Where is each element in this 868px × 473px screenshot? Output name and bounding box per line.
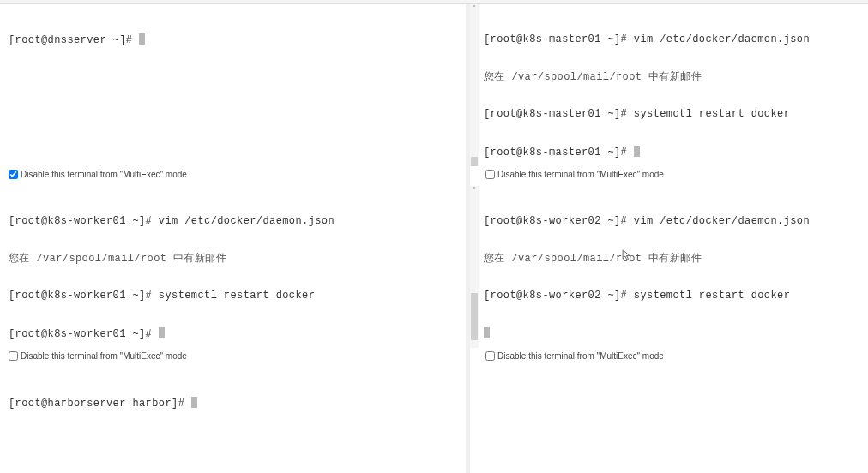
scrollbar-vertical[interactable]: ˄ ˅: [470, 4, 479, 184]
terminal-line: 您在 /var/spool/mail/root 中有新邮件: [484, 253, 859, 266]
terminal-line: [root@k8s-master01 ~]# systemctl restart…: [484, 108, 859, 121]
scroll-track[interactable]: [471, 195, 478, 357]
checkbox-label: Disable this terminal from "MultiExec" m…: [21, 351, 187, 361]
text-cursor: [159, 327, 165, 338]
disable-multiexec-checkbox[interactable]: Disable this terminal from "MultiExec" m…: [485, 351, 664, 361]
pane-footer: Disable this terminal from "MultiExec" m…: [0, 166, 466, 184]
prompt-text: [root@dnsserver ~]#: [9, 34, 139, 46]
checkbox-icon[interactable]: [485, 351, 495, 361]
pane-footer: Disable this terminal from "MultiExec" m…: [0, 348, 466, 366]
pane-dnsserver[interactable]: [root@dnsserver ~]# Disable this termina…: [0, 4, 466, 184]
terminal-dnsserver[interactable]: [root@dnsserver ~]#: [0, 4, 466, 74]
pane-harborserver[interactable]: [root@harborserver harbor]#: [0, 368, 466, 473]
terminal-harborserver[interactable]: [root@harborserver harbor]#: [0, 368, 466, 437]
terminal-k8s-worker02[interactable]: [root@k8s-worker02 ~]# vim /etc/docker/d…: [470, 186, 868, 366]
pane-footer: Disable this terminal from "MultiExec" m…: [470, 348, 868, 366]
checkbox-icon[interactable]: [9, 170, 18, 179]
pane-k8s-worker02[interactable]: ˄ ˅ [root@k8s-worker02 ~]# vim /etc/dock…: [470, 186, 868, 366]
disable-multiexec-checkbox[interactable]: Disable this terminal from "MultiExec" m…: [9, 351, 187, 361]
pane-footer: Disable this terminal from "MultiExec" m…: [470, 166, 868, 184]
disable-multiexec-checkbox[interactable]: Disable this terminal from "MultiExec" m…: [485, 170, 664, 179]
checkbox-icon[interactable]: [9, 351, 18, 361]
prompt-text: [root@k8s-master01 ~]#: [484, 147, 634, 159]
checkbox-label: Disable this terminal from "MultiExec" m…: [497, 170, 664, 179]
text-cursor: [634, 146, 640, 157]
scroll-up-icon[interactable]: ˄: [473, 186, 476, 195]
text-cursor: [139, 33, 145, 45]
terminal-line: [root@k8s-worker01 ~]# systemctl restart…: [9, 290, 457, 302]
scroll-thumb[interactable]: [471, 293, 478, 340]
terminal-k8s-worker01[interactable]: [root@k8s-worker01 ~]# vim /etc/docker/d…: [0, 186, 466, 366]
checkbox-icon[interactable]: [485, 170, 495, 179]
text-cursor: [484, 327, 490, 338]
terminal-line: 您在 /var/spool/mail/root 中有新邮件: [484, 71, 859, 84]
pane-k8s-master01[interactable]: ˄ ˅ [root@k8s-master01 ~]# vim /etc/dock…: [470, 4, 868, 184]
checkbox-label: Disable this terminal from "MultiExec" m…: [497, 351, 664, 361]
prompt-text: [root@k8s-worker01 ~]#: [9, 328, 159, 340]
pane-k8s-worker01[interactable]: [root@k8s-worker01 ~]# vim /etc/docker/d…: [0, 186, 466, 366]
terminal-k8s-master01[interactable]: [root@k8s-master01 ~]# vim /etc/docker/d…: [470, 4, 868, 184]
disable-multiexec-checkbox[interactable]: Disable this terminal from "MultiExec" m…: [9, 170, 187, 179]
terminal-line: [root@k8s-worker02 ~]# vim /etc/docker/d…: [484, 215, 859, 228]
terminal-line: [root@k8s-worker02 ~]# systemctl restart…: [484, 290, 859, 302]
terminal-line: 您在 /var/spool/mail/root 中有新邮件: [9, 253, 457, 266]
text-cursor: [191, 397, 197, 408]
terminal-line: [root@k8s-worker01 ~]# vim /etc/docker/d…: [9, 215, 457, 228]
prompt-text: [root@harborserver harbor]#: [9, 398, 191, 410]
terminal-line: [root@k8s-master01 ~]# vim /etc/docker/d…: [484, 33, 859, 46]
scroll-up-icon[interactable]: ˄: [473, 4, 476, 13]
checkbox-label: Disable this terminal from "MultiExec" m…: [21, 170, 187, 179]
scrollbar-vertical[interactable]: ˄ ˅: [470, 186, 479, 366]
